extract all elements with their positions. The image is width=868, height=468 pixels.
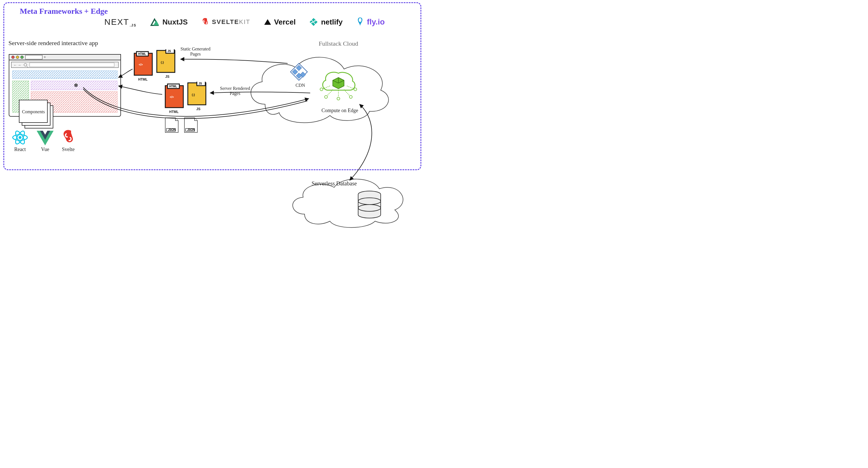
ssr-app-label: Server-side rendered interactive app	[8, 39, 98, 47]
diagram-title: Meta Frameworks + Edge	[20, 7, 108, 16]
html-badge-2: HTML	[169, 85, 177, 88]
vercel-text: Vercel	[274, 18, 296, 27]
svg-rect-14	[25, 55, 42, 59]
svg-point-6	[311, 22, 312, 23]
js-badge-1: JS	[167, 49, 171, 53]
vue-icon	[37, 131, 54, 145]
svg-point-13	[21, 56, 23, 59]
json-badge-2: JSON	[187, 128, 195, 131]
nuxtjs-icon	[150, 18, 160, 26]
js-caption-1: JS	[165, 75, 169, 78]
svelte-tech-icon	[61, 130, 75, 145]
svg-text:← →: ← →	[13, 63, 21, 67]
netlify-logo: netlify	[309, 18, 343, 27]
svg-point-12	[16, 56, 19, 59]
svg-point-8	[359, 18, 362, 22]
svg-rect-45	[188, 83, 206, 105]
nextjs-text: NEXT	[104, 17, 129, 27]
sveltekit-logo: SVELTEKIT	[202, 18, 250, 27]
svg-point-7	[314, 20, 315, 22]
netlify-text: netlify	[321, 18, 343, 27]
cdn-label: CDN	[296, 83, 305, 88]
svg-marker-2	[264, 19, 271, 25]
react-icon	[11, 130, 29, 145]
svg-text:{;}: {;}	[192, 93, 195, 96]
svelte-label: Svelte	[62, 146, 75, 153]
vue-tech: Vue	[37, 131, 54, 153]
react-label: React	[14, 146, 26, 153]
json-files-group: JSON JSON	[163, 115, 200, 135]
svg-point-11	[11, 56, 14, 59]
fullstack-cloud: CDN Compute on Edge	[245, 48, 392, 127]
static-files-group: HTML </> JS {;}	[132, 49, 178, 80]
flyio-logo: fly.io	[356, 17, 385, 27]
svelte-tech: Svelte	[61, 130, 75, 153]
server-pages-label: Server Rendered Pages	[220, 86, 250, 96]
components-label: Components	[22, 109, 45, 114]
svg-rect-20	[30, 63, 114, 67]
vercel-icon	[264, 19, 271, 25]
svg-text:</>: </>	[170, 96, 174, 99]
sveltekit-text2: KIT	[239, 18, 250, 25]
svg-rect-36	[134, 53, 152, 75]
compute-label: Compute on Edge	[321, 108, 358, 113]
vue-label: Vue	[41, 146, 49, 153]
react-tech: React	[11, 130, 29, 153]
svg-rect-21	[12, 71, 117, 78]
svg-text:</>: </>	[139, 63, 143, 66]
nuxtjs-text: NuxtJS	[162, 18, 188, 27]
fullstack-cloud-label: Fullstack Cloud	[319, 40, 358, 47]
js-caption-2: JS	[196, 107, 200, 111]
nextjs-logo: NEXT.JS	[104, 17, 136, 27]
database-icon	[358, 191, 381, 218]
flyio-icon	[356, 17, 364, 27]
diagram-canvas: Meta Frameworks + Edge NEXT.JS NuxtJS SV…	[0, 0, 423, 228]
html-caption-2: HTML	[169, 110, 179, 114]
svg-text:✽: ✽	[74, 82, 78, 88]
svg-marker-1	[153, 20, 159, 25]
static-pages-label: Static Generated Pages	[181, 46, 210, 57]
nextjs-sub: .JS	[130, 23, 136, 27]
server-files-group: HTML </> JS {;}	[163, 82, 209, 113]
svg-point-29	[19, 136, 22, 139]
html-badge-1: HTML	[138, 53, 146, 56]
serverless-db-label: Serverless Database	[312, 180, 357, 187]
svg-rect-42	[165, 86, 183, 108]
vercel-logo: Vercel	[264, 18, 296, 27]
netlify-icon	[309, 18, 318, 27]
brand-row: NEXT.JS NuxtJS SVELTEKIT Vercel	[104, 17, 385, 27]
html-caption-1: HTML	[138, 77, 148, 81]
json-badge-1: JSON	[168, 128, 176, 131]
svelte-icon	[202, 18, 209, 27]
flyio-text: fly.io	[367, 18, 385, 27]
nuxtjs-logo: NuxtJS	[150, 18, 188, 27]
svg-rect-39	[157, 51, 175, 72]
svg-text:+: +	[44, 55, 46, 59]
tech-row: React Vue Svelte	[11, 130, 75, 153]
svg-text:{;}: {;}	[161, 61, 164, 64]
sveltekit-text1: SVELTE	[212, 18, 239, 25]
js-badge-2: JS	[198, 82, 202, 85]
